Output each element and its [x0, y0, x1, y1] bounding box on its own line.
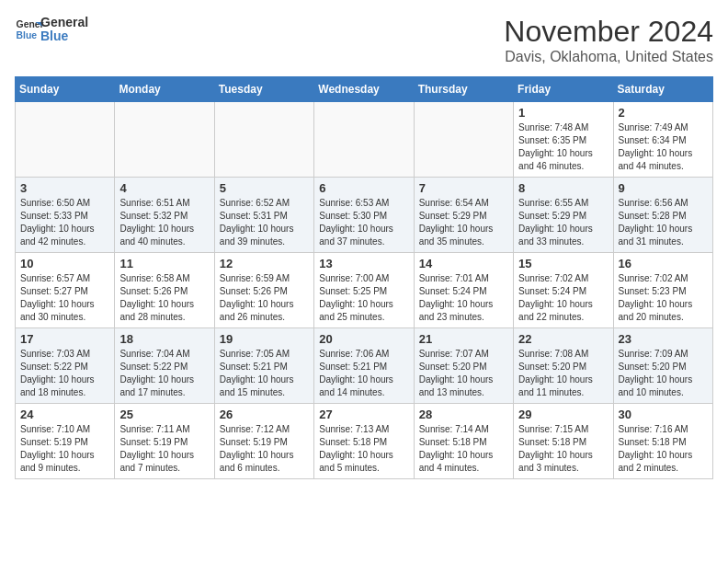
day-info: Sunrise: 7:13 AMSunset: 5:18 PMDaylight:… — [319, 423, 408, 475]
day-number: 24 — [20, 408, 109, 421]
day-info: Sunrise: 6:53 AMSunset: 5:30 PMDaylight:… — [319, 197, 408, 248]
calendar-cell — [16, 102, 115, 178]
day-number: 25 — [119, 408, 209, 421]
calendar-cell: 20Sunrise: 7:06 AMSunset: 5:21 PMDayligh… — [314, 328, 414, 404]
day-number: 11 — [119, 257, 209, 270]
day-number: 19 — [220, 332, 309, 346]
calendar-cell: 30Sunrise: 7:16 AMSunset: 5:18 PMDayligh… — [613, 404, 712, 479]
day-info: Sunrise: 7:16 AMSunset: 5:18 PMDaylight:… — [619, 423, 708, 475]
day-info: Sunrise: 7:10 AMSunset: 5:19 PMDaylight:… — [20, 423, 109, 475]
calendar-cell: 3Sunrise: 6:50 AMSunset: 5:33 PMDaylight… — [16, 178, 115, 253]
calendar-cell: 26Sunrise: 7:12 AMSunset: 5:19 PMDayligh… — [214, 404, 313, 479]
day-number: 6 — [319, 181, 408, 195]
header-thursday: Thursday — [414, 77, 513, 102]
day-info: Sunrise: 6:55 AMSunset: 5:29 PMDaylight:… — [518, 197, 608, 248]
day-number: 3 — [20, 181, 109, 195]
calendar-cell: 19Sunrise: 7:05 AMSunset: 5:21 PMDayligh… — [214, 328, 313, 404]
calendar-cell: 14Sunrise: 7:01 AMSunset: 5:24 PMDayligh… — [414, 253, 513, 328]
day-number: 10 — [20, 257, 109, 270]
day-info: Sunrise: 7:00 AMSunset: 5:25 PMDaylight:… — [319, 272, 408, 324]
calendar-cell: 21Sunrise: 7:07 AMSunset: 5:20 PMDayligh… — [414, 328, 513, 404]
day-info: Sunrise: 6:56 AMSunset: 5:28 PMDaylight:… — [619, 197, 708, 248]
logo: General Blue General Blue — [15, 15, 88, 44]
day-number: 23 — [619, 332, 708, 346]
day-info: Sunrise: 7:05 AMSunset: 5:21 PMDaylight:… — [220, 348, 309, 399]
day-number: 1 — [518, 106, 608, 120]
day-number: 27 — [319, 408, 408, 421]
header-saturday: Saturday — [613, 77, 712, 102]
calendar-cell — [314, 102, 414, 178]
day-info: Sunrise: 7:01 AMSunset: 5:24 PMDaylight:… — [419, 272, 508, 324]
calendar-cell: 8Sunrise: 6:55 AMSunset: 5:29 PMDaylight… — [514, 178, 613, 253]
day-number: 28 — [419, 408, 508, 421]
day-number: 20 — [319, 332, 408, 346]
day-number: 14 — [419, 257, 508, 270]
svg-text:Blue: Blue — [17, 30, 38, 40]
day-info: Sunrise: 7:08 AMSunset: 5:20 PMDaylight:… — [518, 348, 608, 399]
week-row-4: 17Sunrise: 7:03 AMSunset: 5:22 PMDayligh… — [16, 328, 713, 404]
month-title: November 2024 — [504, 15, 713, 49]
day-info: Sunrise: 7:02 AMSunset: 5:23 PMDaylight:… — [619, 272, 708, 324]
day-number: 26 — [220, 408, 309, 421]
calendar-cell: 28Sunrise: 7:14 AMSunset: 5:18 PMDayligh… — [414, 404, 513, 479]
day-number: 12 — [220, 257, 309, 270]
calendar-cell: 1Sunrise: 7:48 AMSunset: 6:35 PMDaylight… — [514, 102, 613, 178]
calendar-table: Sunday Monday Tuesday Wednesday Thursday… — [15, 76, 713, 479]
calendar-cell: 4Sunrise: 6:51 AMSunset: 5:32 PMDaylight… — [115, 178, 214, 253]
day-number: 29 — [518, 408, 608, 421]
day-info: Sunrise: 7:48 AMSunset: 6:35 PMDaylight:… — [518, 121, 608, 173]
day-info: Sunrise: 6:59 AMSunset: 5:26 PMDaylight:… — [220, 272, 309, 324]
day-number: 4 — [119, 181, 209, 195]
day-number: 22 — [518, 332, 608, 346]
day-info: Sunrise: 7:02 AMSunset: 5:24 PMDaylight:… — [518, 272, 608, 324]
day-info: Sunrise: 7:07 AMSunset: 5:20 PMDaylight:… — [419, 348, 508, 399]
weekday-header-row: Sunday Monday Tuesday Wednesday Thursday… — [16, 77, 713, 102]
day-number: 7 — [419, 181, 508, 195]
day-info: Sunrise: 7:15 AMSunset: 5:18 PMDaylight:… — [518, 423, 608, 475]
calendar-cell: 13Sunrise: 7:00 AMSunset: 5:25 PMDayligh… — [314, 253, 414, 328]
day-number: 9 — [619, 181, 708, 195]
day-info: Sunrise: 7:12 AMSunset: 5:19 PMDaylight:… — [220, 423, 309, 475]
header-wednesday: Wednesday — [314, 77, 414, 102]
week-row-3: 10Sunrise: 6:57 AMSunset: 5:27 PMDayligh… — [16, 253, 713, 328]
day-number: 2 — [619, 106, 708, 120]
day-info: Sunrise: 7:49 AMSunset: 6:34 PMDaylight:… — [619, 121, 708, 173]
calendar-cell: 6Sunrise: 6:53 AMSunset: 5:30 PMDaylight… — [314, 178, 414, 253]
day-info: Sunrise: 6:51 AMSunset: 5:32 PMDaylight:… — [119, 197, 209, 248]
calendar-cell: 27Sunrise: 7:13 AMSunset: 5:18 PMDayligh… — [314, 404, 414, 479]
day-info: Sunrise: 6:58 AMSunset: 5:26 PMDaylight:… — [119, 272, 209, 324]
calendar-cell: 7Sunrise: 6:54 AMSunset: 5:29 PMDaylight… — [414, 178, 513, 253]
week-row-2: 3Sunrise: 6:50 AMSunset: 5:33 PMDaylight… — [16, 178, 713, 253]
location-title: Davis, Oklahoma, United States — [504, 49, 713, 65]
day-info: Sunrise: 7:04 AMSunset: 5:22 PMDaylight:… — [119, 348, 209, 399]
day-number: 5 — [220, 181, 309, 195]
logo-line1: General — [40, 16, 88, 29]
calendar-cell: 25Sunrise: 7:11 AMSunset: 5:19 PMDayligh… — [115, 404, 214, 479]
day-info: Sunrise: 6:57 AMSunset: 5:27 PMDaylight:… — [20, 272, 109, 324]
calendar-cell: 10Sunrise: 6:57 AMSunset: 5:27 PMDayligh… — [16, 253, 115, 328]
day-number: 16 — [619, 257, 708, 270]
day-number: 30 — [619, 408, 708, 421]
day-number: 13 — [319, 257, 408, 270]
week-row-5: 24Sunrise: 7:10 AMSunset: 5:19 PMDayligh… — [16, 404, 713, 479]
day-number: 17 — [20, 332, 109, 346]
calendar-cell: 2Sunrise: 7:49 AMSunset: 6:34 PMDaylight… — [613, 102, 712, 178]
header-tuesday: Tuesday — [214, 77, 313, 102]
day-info: Sunrise: 7:14 AMSunset: 5:18 PMDaylight:… — [419, 423, 508, 475]
calendar-cell: 11Sunrise: 6:58 AMSunset: 5:26 PMDayligh… — [115, 253, 214, 328]
title-block: November 2024 Davis, Oklahoma, United St… — [504, 15, 713, 65]
header-monday: Monday — [115, 77, 214, 102]
calendar-cell — [115, 102, 214, 178]
day-info: Sunrise: 7:11 AMSunset: 5:19 PMDaylight:… — [119, 423, 209, 475]
calendar-cell: 12Sunrise: 6:59 AMSunset: 5:26 PMDayligh… — [214, 253, 313, 328]
day-info: Sunrise: 6:54 AMSunset: 5:29 PMDaylight:… — [419, 197, 508, 248]
calendar-cell: 29Sunrise: 7:15 AMSunset: 5:18 PMDayligh… — [514, 404, 613, 479]
day-info: Sunrise: 7:06 AMSunset: 5:21 PMDaylight:… — [319, 348, 408, 399]
page-header: General Blue General Blue November 2024 … — [15, 15, 713, 65]
day-info: Sunrise: 6:50 AMSunset: 5:33 PMDaylight:… — [20, 197, 109, 248]
calendar-cell: 16Sunrise: 7:02 AMSunset: 5:23 PMDayligh… — [613, 253, 712, 328]
logo-line2: Blue — [40, 29, 88, 43]
day-info: Sunrise: 6:52 AMSunset: 5:31 PMDaylight:… — [220, 197, 309, 248]
day-number: 21 — [419, 332, 508, 346]
day-number: 15 — [518, 257, 608, 270]
